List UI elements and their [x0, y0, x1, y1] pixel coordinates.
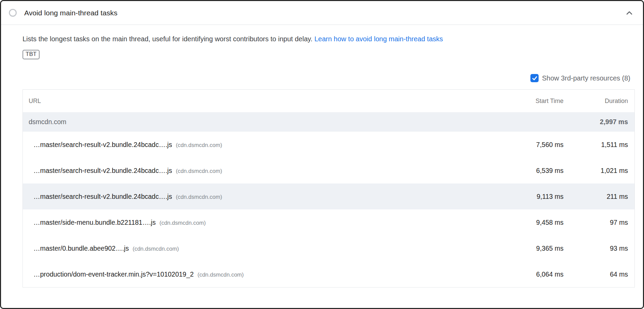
table-row: …master/search-result-v2.bundle.24bcadc……	[23, 183, 634, 209]
task-start-time: 9,113 ms	[499, 193, 564, 201]
description-text: Lists the longest tasks on the main thre…	[23, 35, 314, 43]
audit-title: Avoid long main-thread tasks	[24, 9, 117, 17]
task-url: …master/search-result-v2.bundle.24bcadc……	[33, 193, 172, 201]
table-row: …master/search-result-v2.bundle.24bcadc……	[23, 132, 634, 158]
tbt-metric-badge: TBT	[23, 50, 40, 59]
group-total-duration: 2,997 ms	[564, 118, 634, 126]
table-group-row: dsmcdn.com 2,997 ms	[23, 112, 634, 132]
table-header-row: URL Start Time Duration	[23, 90, 634, 112]
table-row: …production/dom-event-tracker.min.js?v=1…	[23, 261, 634, 287]
task-duration: 93 ms	[564, 245, 634, 252]
column-header-start-time: Start Time	[499, 98, 564, 105]
task-url: …master/side-menu.bundle.b221181….js	[33, 219, 156, 226]
table-row: …master/side-menu.bundle.b221181….js (cd…	[23, 209, 634, 235]
third-party-filter-label[interactable]: Show 3rd-party resources (8)	[542, 74, 630, 82]
task-start-time: 6,064 ms	[499, 270, 564, 278]
table-row: …master/search-result-v2.bundle.24bcadc……	[23, 158, 634, 183]
task-start-time: 7,560 ms	[499, 141, 564, 149]
task-duration: 1,511 ms	[564, 141, 634, 149]
column-header-url: URL	[23, 98, 499, 105]
task-url: …master/search-result-v2.bundle.24bcadc……	[33, 141, 172, 149]
learn-more-link[interactable]: Learn how to avoid long main-thread task…	[314, 35, 443, 43]
task-start-time: 9,458 ms	[499, 219, 564, 226]
neutral-score-icon	[9, 9, 17, 17]
task-duration: 1,021 ms	[564, 167, 634, 175]
audit-panel: Avoid long main-thread tasks Lists the l…	[0, 0, 644, 309]
column-header-duration: Duration	[564, 98, 634, 105]
task-origin: (cdn.dsmcdn.com)	[176, 142, 222, 148]
task-duration: 64 ms	[564, 270, 634, 278]
third-party-filter: Show 3rd-party resources (8)	[23, 74, 635, 82]
long-tasks-table: URL Start Time Duration dsmcdn.com 2,997…	[23, 89, 635, 288]
table-row: …master/0.bundle.abee902….js (cdn.dsmcdn…	[23, 235, 634, 261]
task-origin: (cdn.dsmcdn.com)	[176, 194, 222, 200]
task-duration: 97 ms	[564, 219, 634, 226]
task-url: …master/search-result-v2.bundle.24bcadc……	[33, 167, 172, 175]
task-origin: (cdn.dsmcdn.com)	[197, 271, 244, 278]
checkmark-icon	[531, 75, 538, 82]
task-start-time: 9,365 ms	[499, 245, 564, 252]
task-start-time: 6,539 ms	[499, 167, 564, 175]
task-url: …master/0.bundle.abee902….js	[33, 245, 129, 252]
task-origin: (cdn.dsmcdn.com)	[159, 220, 206, 226]
audit-content: Lists the longest tasks on the main thre…	[1, 25, 643, 288]
third-party-checkbox[interactable]	[530, 74, 539, 82]
audit-description: Lists the longest tasks on the main thre…	[23, 34, 602, 44]
task-origin: (cdn.dsmcdn.com)	[133, 246, 179, 252]
task-duration: 211 ms	[564, 193, 634, 201]
audit-header[interactable]: Avoid long main-thread tasks	[1, 1, 643, 25]
task-url: …production/dom-event-tracker.min.js?v=1…	[33, 270, 194, 278]
chevron-up-icon[interactable]	[625, 8, 634, 18]
group-origin-label: dsmcdn.com	[29, 118, 67, 126]
task-origin: (cdn.dsmcdn.com)	[176, 168, 222, 174]
